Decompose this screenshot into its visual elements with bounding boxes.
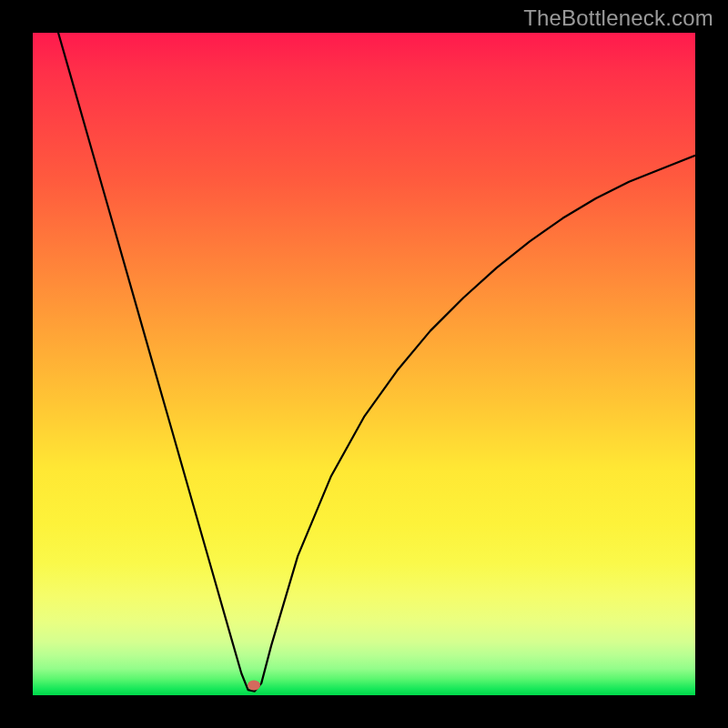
curve-path <box>33 33 695 692</box>
bottleneck-curve <box>33 33 695 695</box>
optimum-marker-icon <box>248 681 260 691</box>
chart-stage: TheBottleneck.com <box>0 0 728 728</box>
plot-area <box>33 33 695 695</box>
attribution-label: TheBottleneck.com <box>523 5 713 31</box>
